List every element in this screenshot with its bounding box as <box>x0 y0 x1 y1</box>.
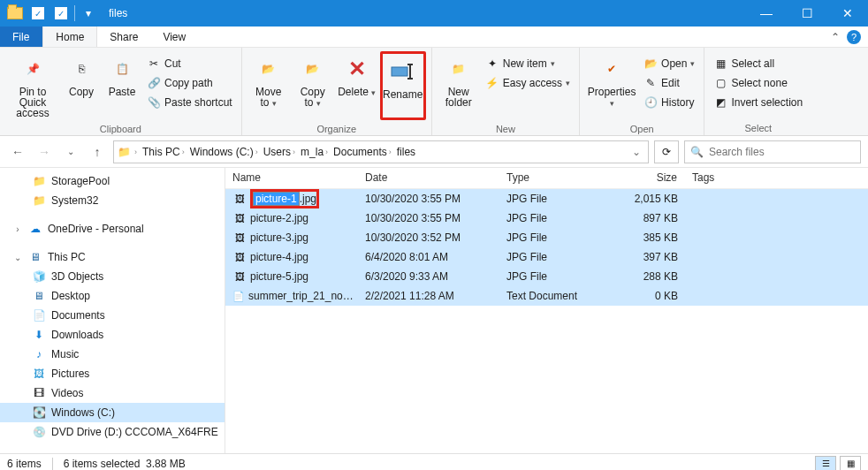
close-button[interactable]: ✕ <box>827 0 868 27</box>
qat-new-folder-icon[interactable] <box>51 4 71 23</box>
minimize-button[interactable]: — <box>746 0 787 27</box>
refresh-button[interactable]: ⟳ <box>654 140 679 163</box>
file-row[interactable]: 📄summer_trip_21_no… 2/2/2021 11:28 AM Te… <box>225 286 868 306</box>
select-none-button[interactable]: ▢Select none <box>710 74 806 92</box>
copy-to-button[interactable]: 📂 Copy to ▾ <box>292 51 334 120</box>
tree-system32[interactable]: 📁System32 <box>0 191 225 210</box>
tree-pictures[interactable]: 🖼Pictures <box>0 364 225 383</box>
ribbon-group-organize: 📂 Move to ▾ 📂 Copy to ▾ ✕ Delete ▾ Renam… <box>242 48 432 135</box>
tree-documents[interactable]: 📄Documents <box>0 306 225 325</box>
qat-properties-icon[interactable] <box>28 4 48 23</box>
crumb-user[interactable]: m_la › <box>299 146 330 158</box>
tree-videos[interactable]: 🎞Videos <box>0 383 225 403</box>
file-row[interactable]: 🖼picture-4.jpg 6/4/2020 8:01 AM JPG File… <box>225 247 868 267</box>
col-type[interactable]: Type <box>499 168 605 188</box>
status-bar: 6 items 6 items selected 3.88 MB ☰ ▦ <box>0 453 868 470</box>
back-button[interactable]: ← <box>7 141 28 163</box>
tab-share[interactable]: Share <box>97 27 150 47</box>
ribbon-group-open: ✔ Properties ▾ 📂Open ▾ ✎Edit 🕘History Op… <box>580 48 704 135</box>
qat-dropdown[interactable]: ▾ <box>79 4 98 23</box>
tree-windows-c[interactable]: 💽Windows (C:) <box>0 403 225 422</box>
search-box[interactable]: 🔍 <box>684 140 861 163</box>
thumbnails-view-button[interactable]: ▦ <box>840 456 861 471</box>
rename-icon <box>389 57 417 86</box>
group-label-new: New <box>432 124 579 136</box>
group-label-open: Open <box>580 124 704 136</box>
col-name[interactable]: Name <box>225 168 358 188</box>
pin-icon: 📌 <box>19 55 47 83</box>
crumb-drive[interactable]: Windows (C:) › <box>188 146 260 158</box>
move-to-button[interactable]: 📂 Move to ▾ <box>247 51 290 120</box>
folder-icon: 📁 <box>32 174 46 188</box>
tree-this-pc[interactable]: ⌄🖥This PC <box>0 247 225 267</box>
paste-shortcut-icon: 📎 <box>147 95 161 110</box>
crumb-users[interactable]: Users › <box>262 146 297 158</box>
tree-desktop[interactable]: 🖥Desktop <box>0 286 225 306</box>
rename-input[interactable]: picture-1 <box>253 192 300 206</box>
recent-dropdown[interactable]: ⌄ <box>60 141 81 163</box>
select-none-icon: ▢ <box>713 76 727 90</box>
address-bar[interactable]: 📁 › This PC › Windows (C:) › Users › m_l… <box>113 140 649 163</box>
new-folder-icon: 📁 <box>445 55 473 83</box>
history-button[interactable]: 🕘History <box>640 94 698 111</box>
tree-3d-objects[interactable]: 🧊3D Objects <box>0 267 225 286</box>
new-item-button[interactable]: ✦New item ▾ <box>482 55 574 72</box>
file-row[interactable]: 🖼picture-3.jpg 10/30/2020 3:52 PM JPG Fi… <box>225 228 868 247</box>
image-file-icon: 🖼 <box>232 231 247 245</box>
tab-view[interactable]: View <box>150 27 198 47</box>
crumb-this-pc[interactable]: This PC › <box>141 146 187 158</box>
forward-button[interactable]: → <box>34 141 55 163</box>
pin-quick-access-button[interactable]: 📌 Pin to Quick access <box>5 51 60 120</box>
select-all-button[interactable]: ▦Select all <box>710 55 806 72</box>
history-icon: 🕘 <box>643 95 658 110</box>
easy-access-button[interactable]: ⚡Easy access ▾ <box>482 74 574 92</box>
drive-icon: 💽 <box>32 406 46 420</box>
new-folder-button[interactable]: 📁 New folder <box>438 51 480 120</box>
paste-button[interactable]: 📋 Paste <box>103 51 141 120</box>
collapse-ribbon-icon[interactable]: ⌃ <box>831 31 840 43</box>
invert-selection-button[interactable]: ◩Invert selection <box>710 94 806 111</box>
up-button[interactable]: ↑ <box>87 141 108 163</box>
crumb-documents[interactable]: Documents › <box>331 146 393 158</box>
help-icon[interactable]: ? <box>847 30 861 44</box>
cut-icon: ✂ <box>147 57 161 71</box>
search-input[interactable] <box>709 146 855 158</box>
col-date[interactable]: Date <box>358 168 499 188</box>
col-size[interactable]: Size <box>605 168 685 188</box>
copy-path-button[interactable]: 🔗Copy path <box>143 74 236 92</box>
file-row[interactable]: 🖼picture-5.jpg 6/3/2020 9:33 AM JPG File… <box>225 267 868 286</box>
address-dropdown[interactable]: ⌄ <box>628 146 644 158</box>
col-tags[interactable]: Tags <box>685 168 868 188</box>
tree-downloads[interactable]: ⬇Downloads <box>0 325 225 345</box>
file-row[interactable]: 🖼picture-2.jpg 10/30/2020 3:55 PM JPG Fi… <box>225 208 868 228</box>
column-headers[interactable]: Name Date Type Size Tags <box>225 168 868 189</box>
details-view-button[interactable]: ☰ <box>815 456 836 471</box>
crumb-files[interactable]: files <box>395 146 417 158</box>
tree-music[interactable]: ♪Music <box>0 345 225 364</box>
ribbon-group-clipboard: 📌 Pin to Quick access ⎘ Copy 📋 Paste ✂Cu… <box>0 48 242 135</box>
invert-selection-icon: ◩ <box>713 95 727 110</box>
copy-button[interactable]: ⎘ Copy <box>62 51 101 120</box>
tree-onedrive[interactable]: ›☁OneDrive - Personal <box>0 219 225 239</box>
ribbon: 📌 Pin to Quick access ⎘ Copy 📋 Paste ✂Cu… <box>0 48 868 136</box>
edit-button[interactable]: ✎Edit <box>640 74 698 92</box>
file-row[interactable]: 🖼 picture-1.jpg 10/30/2020 3:55 PM JPG F… <box>225 189 868 208</box>
rename-button[interactable]: Rename <box>380 51 426 120</box>
paste-icon: 📋 <box>108 55 136 83</box>
open-button[interactable]: 📂Open ▾ <box>640 55 698 72</box>
tree-dvd[interactable]: 💿DVD Drive (D:) CCCOMA_X64FRE <box>0 422 225 442</box>
tab-home[interactable]: Home <box>42 27 97 47</box>
paste-shortcut-button[interactable]: 📎Paste shortcut <box>143 94 236 111</box>
status-selected-count: 6 items selected 3.88 MB <box>64 458 186 470</box>
delete-button[interactable]: ✕ Delete ▾ <box>336 51 378 120</box>
folder-icon: 📁 <box>118 146 131 158</box>
maximize-button[interactable]: ☐ <box>787 0 827 27</box>
image-file-icon: 🖼 <box>232 211 247 225</box>
tree-storagepool[interactable]: 📁StoragePool <box>0 171 225 191</box>
cut-button[interactable]: ✂Cut <box>143 55 236 72</box>
desktop-icon: 🖥 <box>32 289 46 303</box>
tab-file[interactable]: File <box>0 27 42 47</box>
properties-button[interactable]: ✔ Properties ▾ <box>585 51 638 120</box>
main-area: 📁StoragePool 📁System32 ›☁OneDrive - Pers… <box>0 168 868 453</box>
nav-tree[interactable]: 📁StoragePool 📁System32 ›☁OneDrive - Pers… <box>0 168 225 453</box>
